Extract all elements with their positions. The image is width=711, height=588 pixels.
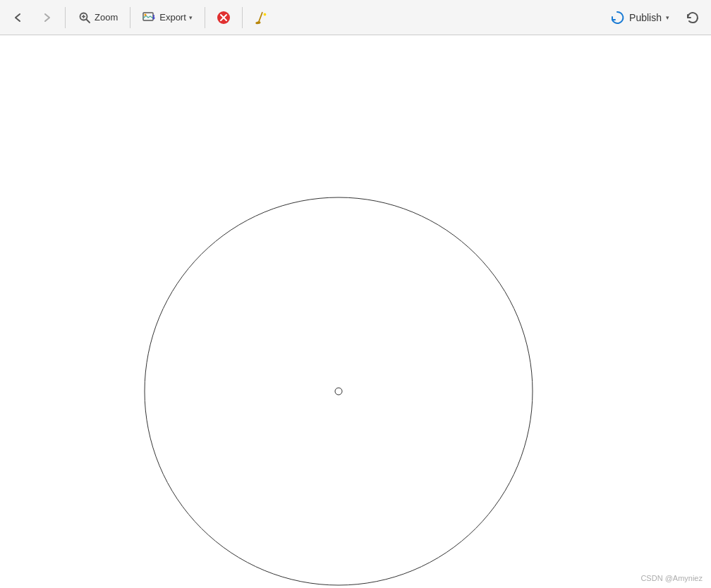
- zoom-icon: [78, 11, 92, 25]
- separator-2: [130, 7, 130, 28]
- watermark-text: CSDN @Amyniez: [640, 574, 703, 582]
- right-section: Publish ▾: [600, 5, 705, 30]
- canvas-svg: [0, 35, 711, 588]
- svg-point-12: [255, 20, 261, 24]
- export-label: Export: [159, 12, 186, 23]
- svg-point-5: [145, 13, 147, 16]
- svg-line-1: [87, 19, 90, 23]
- forward-button[interactable]: [34, 5, 59, 30]
- back-arrow-icon: [12, 11, 25, 24]
- export-icon: [142, 11, 157, 25]
- cancel-icon: [216, 10, 231, 25]
- clear-button[interactable]: [248, 5, 274, 30]
- publish-button[interactable]: Publish ▾: [600, 5, 679, 30]
- separator-1: [65, 7, 66, 28]
- forward-arrow-icon: [40, 11, 53, 24]
- export-button[interactable]: Export ▾: [136, 5, 199, 30]
- publish-dropdown-arrow: ▾: [666, 14, 669, 21]
- cancel-button[interactable]: [211, 5, 236, 30]
- canvas-area: CSDN @Amyniez: [0, 35, 711, 588]
- svg-rect-7: [153, 15, 154, 18]
- publish-icon: [609, 10, 625, 25]
- watermark: CSDN @Amyniez: [640, 574, 703, 582]
- main-circle: [145, 197, 533, 585]
- publish-label: Publish: [629, 12, 662, 23]
- svg-line-11: [258, 12, 262, 23]
- separator-3: [205, 7, 205, 28]
- toolbar: Zoom Export ▾: [0, 0, 711, 35]
- back-button[interactable]: [6, 5, 31, 30]
- refresh-icon: [685, 10, 700, 25]
- export-dropdown-arrow: ▾: [189, 14, 193, 21]
- separator-4: [242, 7, 243, 28]
- zoom-label: Zoom: [95, 12, 118, 23]
- broom-icon: [254, 11, 268, 25]
- zoom-button[interactable]: Zoom: [71, 5, 124, 30]
- center-dot: [335, 388, 342, 395]
- refresh-button[interactable]: [680, 5, 705, 30]
